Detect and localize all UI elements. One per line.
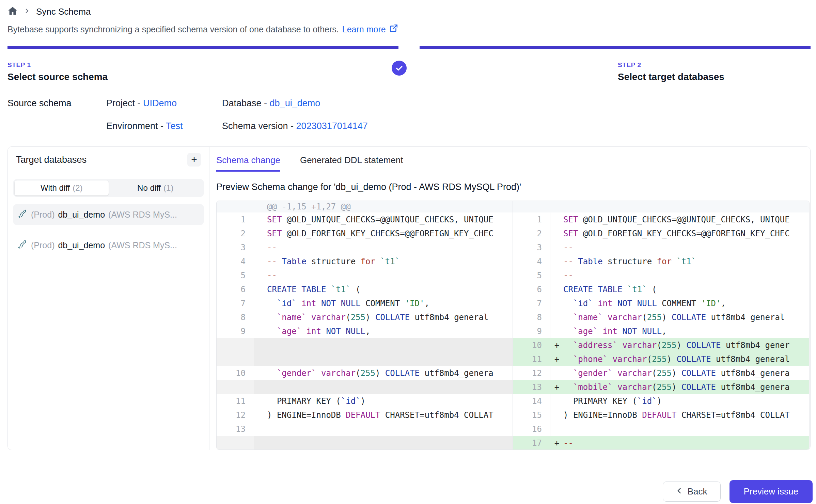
diff-row [217,380,513,394]
mysql-icon [17,208,28,221]
step-progress-bars [7,46,811,49]
diff-row: 7 `id` int NOT NULL COMMENT 'ID', [217,296,513,310]
external-link-icon[interactable] [389,24,398,35]
diff-row: 3-- [217,240,513,254]
diff-filter-tabs: With diff (2) No diff (1) [13,179,204,197]
diff-row: 3-- [513,240,809,254]
diff-row: 1SET @OLD_UNIQUE_CHECKS=@@UNIQUE_CHECKS,… [513,212,809,226]
db-instance: (AWS RDS MyS... [108,240,177,250]
diff-row: 12) ENGINE=InnoDB DEFAULT CHARSET=utf8mb… [217,408,513,422]
step1-progress-bar [7,46,398,49]
learn-more-link[interactable]: Learn more [342,25,386,34]
diff-pane-source[interactable]: @@ -1,15 +1,27 @@1SET @OLD_UNIQUE_CHECKS… [217,201,513,450]
preview-title: Preview Schema change for 'db_ui_demo (P… [216,182,810,192]
intro-description: Bytebase supports synchronizing a specif… [7,25,339,34]
diff-pane-target[interactable]: 1SET @OLD_UNIQUE_CHECKS=@@UNIQUE_CHECKS,… [513,201,809,450]
schema-diff-viewer: @@ -1,15 +1,27 @@1SET @OLD_UNIQUE_CHECKS… [216,201,810,450]
step-1-title: Select source schema [7,72,200,82]
environment-link[interactable]: Test [166,121,183,131]
preview-tabs: Schema change Generated DDL statement [216,155,810,172]
diff-hunk-header: @@ -1,15 +1,27 @@ [217,201,513,212]
schema-version-link[interactable]: 20230317014147 [296,121,368,131]
diff-row: 2SET @OLD_FOREIGN_KEY_CHECKS=@@FOREIGN_K… [217,226,513,240]
database-field: Database - db_ui_demo [222,98,368,109]
diff-row: 1SET @OLD_UNIQUE_CHECKS=@@UNIQUE_CHECKS,… [217,212,513,226]
step-1: STEP 1 Select source schema [7,61,200,82]
mysql-icon [17,239,28,251]
sync-schema-page: Sync Schema Bytebase supports synchroniz… [0,0,816,504]
tab-generated-ddl[interactable]: Generated DDL statement [300,155,403,172]
db-name: db_ui_demo [58,240,105,250]
diff-row: 16 [513,422,809,436]
diff-row [217,436,513,450]
footer-divider [7,475,813,475]
db-name: db_ui_demo [58,210,105,220]
step-1-label: STEP 1 [7,61,200,69]
intro-text: Bytebase supports synchronizing a specif… [7,24,814,35]
chevron-right-icon [24,8,30,15]
add-target-database-button[interactable]: + [187,153,201,167]
target-database-item-1[interactable]: (Prod) db_ui_demo (AWS RDS MyS... [13,204,204,225]
db-instance: (AWS RDS MyS... [108,210,177,220]
diff-hunk-header [513,201,809,212]
diff-row: 8 `name` varchar(255) COLLATE utf8mb4_ge… [217,310,513,324]
step2-progress-bar [420,46,811,49]
back-button[interactable]: Back [663,482,721,502]
diff-row: 12 `gender` varchar(255) COLLATE utf8mb4… [513,366,809,380]
diff-row: 13 [217,422,513,436]
diff-row: 2SET @OLD_FOREIGN_KEY_CHECKS=@@FOREIGN_K… [513,226,809,240]
tab-with-diff[interactable]: With diff (2) [15,180,109,195]
diff-row: 6CREATE TABLE `t1` ( [513,282,809,296]
diff-row: 17+-- [513,436,809,450]
home-icon[interactable] [7,6,18,17]
target-databases-title: Target databases [16,155,87,165]
target-database-list: (Prod) db_ui_demo (AWS RDS MyS... (Prod)… [13,204,204,255]
diff-row: 14 PRIMARY KEY (`id`) [513,394,809,408]
schema-version-field: Schema version - 20230317014147 [222,121,368,131]
step-2-title: Select target databases [618,72,811,82]
diff-row: 5-- [217,268,513,282]
diff-row: 10 `gender` varchar(255) COLLATE utf8mb4… [217,366,513,380]
diff-row: 4-- Table structure for `t1` [513,254,809,268]
target-databases-panel: Target databases + With diff (2) No diff… [8,147,209,450]
diff-row [217,338,513,352]
diff-row: 7 `id` int NOT NULL COMMENT 'ID', [513,296,809,310]
tab-no-diff[interactable]: No diff (1) [109,180,203,195]
diff-row: 5-- [513,268,809,282]
source-schema-label: Source schema [7,98,106,131]
page-title: Sync Schema [36,6,91,17]
diff-row [217,352,513,366]
diff-row: 13+ `mobile` varchar(255) COLLATE utf8mb… [513,380,809,394]
preview-section: Schema change Generated DDL statement Pr… [209,147,810,450]
db-environment: (Prod) [31,240,54,250]
diff-row: 15) ENGINE=InnoDB DEFAULT CHARSET=utf8mb… [513,408,809,422]
diff-row: 4-- Table structure for `t1` [217,254,513,268]
diff-row: 11+ `phone` varchar(255) COLLATE utf8mb4… [513,352,809,366]
steps-row: STEP 1 Select source schema STEP 2 Selec… [7,61,811,82]
diff-row: 10+ `address` varchar(255) COLLATE utf8m… [513,338,809,352]
footer-actions: Back Preview issue [663,480,813,503]
chevron-left-icon [676,486,683,497]
preview-issue-button[interactable]: Preview issue [729,480,813,503]
step-2: STEP 2 Select target databases [200,61,811,82]
breadcrumb: Sync Schema [7,5,814,18]
diff-row: 6CREATE TABLE `t1` ( [217,282,513,296]
diff-row: 9 `age` int NOT NULL, [513,324,809,338]
diff-row: 11 PRIMARY KEY (`id`) [217,394,513,408]
target-database-item-2[interactable]: (Prod) db_ui_demo (AWS RDS MyS... [13,235,204,255]
tab-schema-change[interactable]: Schema change [216,155,280,172]
database-link[interactable]: db_ui_demo [270,98,320,108]
step-2-label: STEP 2 [618,61,811,69]
project-field: Project - UIDemo [106,98,222,109]
environment-field: Environment - Test [106,121,222,131]
step-done-check-icon [392,61,407,76]
db-environment: (Prod) [31,210,54,220]
source-schema-summary: Source schema Project - UIDemo Database … [7,98,814,131]
project-link[interactable]: UIDemo [143,98,177,108]
diff-row: 9 `age` int NOT NULL, [217,324,513,338]
main-card: Target databases + With diff (2) No diff… [7,146,811,450]
diff-row: 8 `name` varchar(255) COLLATE utf8mb4_ge… [513,310,809,324]
